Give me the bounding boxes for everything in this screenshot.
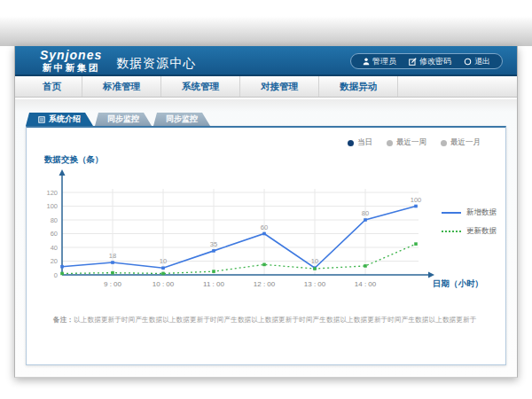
range-filter-label: 最近一月 <box>450 137 481 148</box>
svg-text:80: 80 <box>51 216 58 224</box>
logout-icon <box>464 58 472 66</box>
nav-item-2[interactable]: 系统管理 <box>161 76 240 97</box>
chart-legend: 新增数据更新数据 <box>442 207 497 245</box>
radio-icon <box>441 140 447 146</box>
content-area: 系统介绍同步监控同步监控 当日最近一周最近一月 数据交换（条） 02040608… <box>15 99 517 377</box>
radio-icon <box>348 140 354 146</box>
svg-text:18: 18 <box>109 252 116 260</box>
nav-item-1[interactable]: 标准管理 <box>82 76 161 97</box>
svg-text:10: 10 <box>160 257 167 265</box>
tab-1[interactable]: 同步监控 <box>95 113 152 126</box>
legend-label: 更新数据 <box>466 226 497 237</box>
edit-icon <box>409 58 417 66</box>
svg-text:35: 35 <box>210 240 217 248</box>
svg-text:20: 20 <box>51 257 58 265</box>
brand-logo-text: Synjones <box>40 49 102 61</box>
solid-line-swatch <box>442 212 461 214</box>
footnote: 备注：以上数据更新于时间产生数据以上数据更新于时间产生数据以上数据更新于时间产生… <box>53 316 482 325</box>
line-chart: 0204060801001209 : 0010 : 0011 : 0012 : … <box>35 167 488 300</box>
tab-label: 同步监控 <box>166 113 198 126</box>
svg-text:100: 100 <box>46 202 58 210</box>
main-nav: 首页标准管理系统管理对接管理数据异动 <box>15 76 517 98</box>
svg-text:0: 0 <box>54 271 58 279</box>
radio-icon <box>387 140 393 146</box>
range-filter-group: 当日最近一周最近一月 <box>348 137 481 148</box>
svg-text:14 : 00: 14 : 00 <box>355 280 377 288</box>
tab-bar: 系统介绍同步监控同步监控 <box>26 113 210 126</box>
page-title: 数据资源中心 <box>116 56 196 72</box>
chart-y-axis-title: 数据交换（条） <box>44 154 104 166</box>
user-icon <box>363 58 370 66</box>
footnote-prefix: 备注： <box>53 316 74 324</box>
user-toolbar-logout[interactable]: 退出 <box>458 56 497 67</box>
user-toolbar: 管理员修改密码退出 <box>350 53 503 69</box>
brand-logo: Synjones 新中新集团 <box>40 49 102 73</box>
brand-logo-subtext: 新中新集团 <box>40 63 102 73</box>
tab-2[interactable]: 同步监控 <box>153 113 210 126</box>
legend-item-0: 新增数据 <box>442 207 497 218</box>
range-filter-0[interactable]: 当日 <box>348 137 372 148</box>
tab-label: 同步监控 <box>107 113 139 126</box>
svg-text:11 : 00: 11 : 00 <box>203 280 224 288</box>
page-background-band <box>0 0 532 46</box>
svg-text:10: 10 <box>311 257 318 265</box>
range-filter-label: 当日 <box>357 137 372 148</box>
svg-text:80: 80 <box>362 209 369 217</box>
nav-item-3[interactable]: 对接管理 <box>240 76 319 97</box>
svg-text:60: 60 <box>51 230 58 238</box>
svg-text:100: 100 <box>411 196 422 204</box>
system-intro-panel: 当日最近一周最近一月 数据交换（条） 0204060801001209 : 00… <box>26 126 506 365</box>
footnote-body: 以上数据更新于时间产生数据以上数据更新于时间产生数据以上数据更新于时间产生数据以… <box>74 316 476 324</box>
user-toolbar-label: 管理员 <box>372 56 396 67</box>
tab-0[interactable]: 系统介绍 <box>26 113 93 126</box>
range-filter-1[interactable]: 最近一周 <box>387 137 426 148</box>
range-filter-2[interactable]: 最近一月 <box>441 137 481 148</box>
app-header: Synjones 新中新集团 数据资源中心 管理员修改密码退出 <box>15 46 517 76</box>
legend-item-1: 更新数据 <box>442 226 497 237</box>
svg-text:日期（小时）: 日期（小时） <box>433 278 483 289</box>
svg-text:10 : 00: 10 : 00 <box>153 280 175 288</box>
svg-text:12 : 00: 12 : 00 <box>254 280 276 288</box>
user-toolbar-label: 修改密码 <box>419 56 451 67</box>
svg-text:120: 120 <box>46 189 58 197</box>
dotted-line-swatch <box>442 231 461 232</box>
svg-text:40: 40 <box>51 244 58 252</box>
svg-text:60: 60 <box>261 223 268 231</box>
user-toolbar-change-password[interactable]: 修改密码 <box>403 56 458 67</box>
nav-item-4[interactable]: 数据异动 <box>319 76 398 97</box>
svg-text:9 : 00: 9 : 00 <box>104 280 122 288</box>
legend-label: 新增数据 <box>466 207 497 218</box>
form-icon <box>38 116 45 123</box>
app-window: Synjones 新中新集团 数据资源中心 管理员修改密码退出 首页标准管理系统… <box>14 46 518 378</box>
tab-label: 系统介绍 <box>49 113 81 126</box>
range-filter-label: 最近一周 <box>396 137 426 148</box>
user-toolbar-label: 退出 <box>474 56 490 67</box>
svg-text:13 : 00: 13 : 00 <box>304 280 326 288</box>
user-toolbar-account[interactable]: 管理员 <box>356 56 403 67</box>
nav-item-0[interactable]: 首页 <box>22 76 82 97</box>
